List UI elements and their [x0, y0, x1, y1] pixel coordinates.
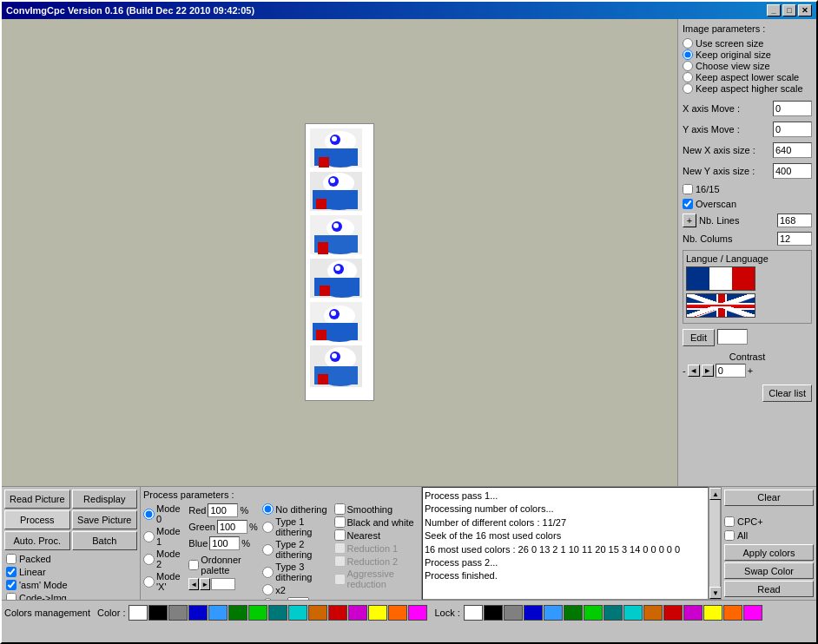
color-swatch-11[interactable] — [348, 605, 367, 621]
modeX-radio[interactable]: Mode 'X' — [143, 571, 184, 592]
nearest-checkbox[interactable] — [334, 529, 346, 541]
edit-value-input[interactable] — [717, 329, 748, 345]
edit-button[interactable]: Edit — [683, 329, 715, 346]
lock-swatch-12[interactable] — [703, 605, 722, 621]
redisplay-button[interactable]: Redisplay — [72, 490, 138, 509]
smoothing-checkbox[interactable] — [334, 503, 346, 515]
clear-list-button[interactable]: Clear list — [762, 384, 812, 402]
nb-lines-input[interactable] — [777, 214, 812, 227]
lock-swatch-8[interactable] — [623, 605, 643, 621]
color-swatch-1[interactable] — [148, 605, 168, 621]
color-swatch-8[interactable] — [288, 605, 307, 621]
mode1-radio[interactable]: Mode 1 — [143, 526, 184, 547]
type3-dithering-radio[interactable]: Type 3 dithering — [262, 562, 329, 582]
chk-16-15-row[interactable]: 16/15 — [683, 184, 812, 194]
clear-button[interactable]: Clear — [724, 490, 814, 506]
blue-input[interactable] — [209, 536, 240, 550]
all-checkbox[interactable] — [724, 530, 735, 541]
lock-swatch-5[interactable] — [564, 605, 583, 621]
packed-checkbox-row[interactable]: Packed — [6, 554, 135, 564]
radio-use-screen[interactable]: Use screen size — [683, 38, 812, 49]
contrast-scroll-left[interactable]: ◄ — [688, 365, 700, 377]
chk-16-15[interactable] — [683, 184, 693, 194]
radio-keep-original[interactable]: Keep original size — [683, 49, 812, 60]
lock-swatch-11[interactable] — [683, 605, 703, 621]
color-swatch-9[interactable] — [308, 605, 327, 621]
scroll-left-btn[interactable]: ◄ — [188, 578, 199, 590]
color-swatch-5[interactable] — [228, 605, 247, 621]
contrast-scroll-right[interactable]: ► — [702, 365, 714, 377]
bw-checkbox-row[interactable]: Black and white — [334, 516, 419, 528]
mode0-radio[interactable]: Mode 0 — [143, 503, 184, 524]
auto-proc-button[interactable]: Auto. Proc. — [4, 531, 70, 550]
nb-colums-input[interactable] — [777, 232, 812, 246]
ordonner-checkbox[interactable] — [188, 560, 199, 570]
lock-swatch-4[interactable] — [544, 605, 563, 621]
scroll-val-input[interactable] — [211, 578, 235, 590]
contrast-input[interactable] — [716, 364, 746, 378]
linear-checkbox[interactable] — [6, 567, 16, 577]
radio-choose-view[interactable]: Choose view size — [683, 61, 812, 71]
linear-checkbox-row[interactable]: Linear — [6, 567, 135, 577]
color-swatch-10[interactable] — [328, 605, 347, 621]
smoothing-checkbox-row[interactable]: Smoothing — [334, 503, 419, 515]
packed-checkbox[interactable] — [6, 554, 16, 564]
color-swatch-7[interactable] — [268, 605, 287, 621]
lock-swatch-1[interactable] — [484, 605, 503, 621]
flag-uk[interactable] — [686, 293, 755, 318]
lock-swatch-0[interactable] — [464, 605, 483, 621]
maximize-button[interactable]: □ — [782, 4, 796, 16]
asm-checkbox-row[interactable]: 'asm' Mode — [6, 580, 135, 590]
color-swatch-13[interactable] — [388, 605, 407, 621]
lock-swatch-7[interactable] — [604, 605, 623, 621]
minimize-button[interactable]: _ — [767, 4, 781, 16]
scroll-up-btn[interactable]: ▲ — [709, 488, 722, 500]
flag-french[interactable] — [686, 266, 755, 291]
lock-swatch-14[interactable] — [743, 605, 762, 621]
cpc-plus-checkbox[interactable] — [724, 516, 735, 527]
close-button[interactable]: ✕ — [798, 4, 812, 16]
red-input[interactable] — [208, 503, 238, 517]
cpc-plus-row[interactable]: CPC+ — [724, 516, 814, 527]
color-swatch-14[interactable] — [408, 605, 427, 621]
process-button[interactable]: Process — [4, 510, 70, 529]
color-swatch-12[interactable] — [368, 605, 387, 621]
mode2-radio[interactable]: Mode 2 — [143, 549, 184, 569]
x2-row[interactable]: x2 — [262, 584, 329, 595]
apply-colors-button[interactable]: Apply colors — [724, 544, 814, 561]
save-picture-button[interactable]: Save Picture — [72, 510, 138, 529]
chk-overscan[interactable] — [683, 199, 693, 209]
log-scrollbar[interactable]: ▲ ▼ — [709, 487, 721, 600]
no-dithering-radio[interactable]: No dithering — [262, 503, 329, 515]
lock-swatch-6[interactable] — [584, 605, 603, 621]
color-swatch-4[interactable] — [208, 605, 228, 621]
read-button[interactable]: Read — [724, 581, 814, 597]
ordonner-row[interactable]: Ordonner palette — [188, 555, 258, 575]
color-swatch-3[interactable] — [188, 605, 208, 621]
color-swatch-0[interactable] — [129, 605, 148, 621]
read-picture-button[interactable]: Read Picture — [4, 490, 70, 509]
color-swatch-6[interactable] — [248, 605, 267, 621]
lock-swatch-13[interactable] — [723, 605, 742, 621]
radio-keep-higher[interactable]: Keep aspect higher scale — [683, 83, 812, 94]
nb-plus-button[interactable]: + — [683, 214, 696, 227]
color-swatch-2[interactable] — [168, 605, 188, 621]
type2-dithering-radio[interactable]: Type 2 dithering — [262, 539, 329, 560]
all-row[interactable]: All — [724, 530, 814, 541]
green-input[interactable] — [217, 520, 247, 534]
x-axis-move-input[interactable] — [773, 101, 812, 116]
y-axis-move-input[interactable] — [773, 122, 812, 137]
type1-dithering-radio[interactable]: Type 1 dithering — [262, 516, 329, 537]
new-x-axis-input[interactable] — [773, 142, 812, 158]
new-y-axis-input[interactable] — [773, 163, 812, 179]
asm-checkbox[interactable] — [6, 580, 16, 590]
nearest-checkbox-row[interactable]: Nearest — [334, 529, 419, 541]
lock-swatch-3[interactable] — [524, 605, 543, 621]
scroll-right-btn[interactable]: ► — [200, 578, 210, 590]
lock-swatch-2[interactable] — [504, 605, 523, 621]
swap-color-button[interactable]: Swap Color — [724, 562, 814, 579]
lock-swatch-10[interactable] — [663, 605, 683, 621]
lock-swatch-9[interactable] — [643, 605, 663, 621]
radio-keep-lower[interactable]: Keep aspect lower scale — [683, 72, 812, 82]
scroll-down-btn[interactable]: ▼ — [709, 587, 722, 599]
